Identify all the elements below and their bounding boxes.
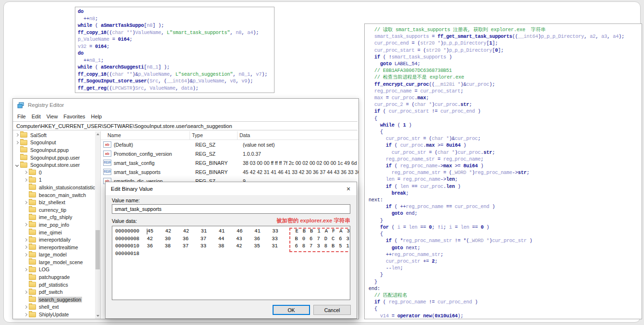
chevron-right-icon[interactable] [23, 171, 28, 174]
tree-item-patchupgrade[interactable]: patchupgrade [13, 273, 100, 281]
binary-value-icon: 0110 [103, 169, 111, 175]
hex-bytes: 4542423141464133 [147, 228, 290, 235]
menu-favorites[interactable]: Favorites [60, 113, 88, 120]
tree-item-label: pdf_statistics [38, 282, 69, 288]
hex-offset: 00000008 [112, 235, 147, 243]
tree-item-label: SogouInput.store.user [29, 162, 81, 168]
tree-item-SogouInput.ppup[interactable]: SogouInput.ppup [13, 146, 100, 154]
tree-item-label: 0 [38, 170, 43, 175]
tree-item-label: SalSoft [29, 132, 48, 138]
registry-tree-pane: SalSoftSogouInputSogouInput.ppupSogouInp… [13, 131, 101, 319]
chevron-right-icon[interactable] [23, 246, 28, 248]
cancel-button[interactable]: Cancel [313, 305, 351, 315]
menu-file[interactable]: File [14, 113, 29, 120]
chevron-right-icon[interactable] [23, 313, 28, 316]
scroll-down-icon[interactable] [95, 313, 100, 319]
folder-icon [29, 304, 36, 310]
tree-item-allskin_statusiconstatistics[interactable]: allskin_statusiconstatistics [13, 184, 100, 191]
folder-icon [29, 297, 36, 302]
tree-item-large_model[interactable]: large_model [13, 251, 100, 259]
column-header-data[interactable]: Data [238, 131, 358, 139]
chevron-right-icon[interactable] [14, 134, 20, 136]
registry-value-row-smart_task_config[interactable]: 0110smart_task_configREG_BINARY38 03 00 … [101, 158, 358, 167]
hex-rows: 000000004542423141464133EBB1AFA300000008… [112, 228, 350, 257]
tree-item-ShiplyUpdate[interactable]: ShiplyUpdate [13, 311, 100, 318]
red-annotation: 被加密的 explorer.exe 字符串 [276, 217, 350, 224]
tree-item-ime_pop_info[interactable]: ime_pop_info [13, 221, 100, 229]
tree-item-label: shell_ext [38, 304, 60, 310]
tree-item-ime_cfg_shiply[interactable]: ime_cfg_shiply [13, 214, 100, 221]
registry-value-row-smart_task_supports[interactable]: 0110smart_task_supportsREG_BINARY45 42 4… [101, 167, 358, 176]
tree-item-label: ShiplyUpdate [38, 312, 70, 317]
tree-item-biz_shellext[interactable]: biz_shellext [13, 198, 100, 206]
tree-item-label: search_suggestion [38, 297, 82, 302]
value-name: (Default) [114, 142, 193, 148]
chevron-right-icon[interactable] [23, 179, 28, 181]
chevron-right-icon[interactable] [23, 254, 28, 256]
column-header-type[interactable]: Type [190, 131, 238, 139]
folder-icon [20, 147, 27, 152]
scrollbar-thumb[interactable] [95, 230, 100, 269]
tree-item-0[interactable]: 0 [13, 169, 100, 176]
chevron-right-icon[interactable] [23, 239, 28, 241]
registry-value-row-(Default)[interactable]: ab(Default)REG_SZ(value not set) [101, 140, 358, 149]
tree-item-shell_ext[interactable]: shell_ext [13, 303, 100, 311]
chevron-right-icon[interactable] [23, 223, 28, 226]
tree-item-label: imereportdaily [38, 237, 72, 243]
folder-icon [29, 282, 36, 287]
folder-icon [29, 222, 36, 227]
chevron-right-icon[interactable] [23, 268, 28, 271]
tree-item-pdf_statistics[interactable]: pdf_statistics [13, 281, 100, 289]
tree-items: SalSoftSogouInputSogouInput.ppupSogouInp… [13, 131, 100, 318]
value-type: REG_BINARY [193, 160, 241, 166]
folder-icon [29, 207, 36, 212]
hex-bytes: 3638373338423531 [147, 243, 290, 250]
menu-edit[interactable]: Edit [29, 113, 44, 120]
tree-item-pdf_switch[interactable]: pdf_switch [13, 288, 100, 296]
value-name-input[interactable] [112, 204, 350, 214]
close-icon[interactable]: × [340, 182, 357, 195]
tree-item-label: ime_pop_info [38, 222, 70, 228]
folder-icon [20, 162, 27, 168]
tree-item-1[interactable]: 1 [13, 176, 100, 184]
tree-item-ime_qimei[interactable]: ime_qimei [13, 229, 100, 236]
folder-icon [29, 192, 36, 197]
chevron-right-icon[interactable] [23, 306, 28, 308]
tree-item-imereportdaily[interactable]: imereportdaily [13, 236, 100, 244]
address-bar[interactable] [13, 121, 358, 130]
folder-icon [20, 155, 27, 160]
tree-item-SalSoft[interactable]: SalSoft [13, 131, 100, 139]
folder-icon [29, 275, 36, 280]
column-header-name[interactable]: Name [101, 131, 190, 139]
folder-icon [29, 177, 36, 183]
menu-help[interactable]: Help [88, 113, 105, 120]
hex-editor[interactable]: 000000004542423141464133EBB1AFA300000008… [112, 226, 350, 300]
tree-item-imereportrealtime[interactable]: imereportrealtime [13, 244, 100, 251]
folder-icon [29, 244, 36, 250]
tree-item-large_model_scene[interactable]: large_model_scene [13, 258, 100, 266]
chevron-right-icon[interactable] [23, 291, 28, 293]
tree-item-label: SogouInput.ppup [29, 147, 70, 153]
tree-scrollbar[interactable] [95, 131, 100, 319]
tree-item-SogouInput.ppup.user[interactable]: SogouInput.ppup.user [13, 154, 100, 162]
chevron-right-icon[interactable] [14, 141, 20, 144]
tree-item-SogouInput.store.user[interactable]: SogouInput.store.user [13, 161, 100, 169]
tree-item-LOG[interactable]: LOG [13, 266, 100, 274]
scroll-up-icon[interactable] [95, 131, 100, 137]
value-type: REG_BINARY [193, 169, 241, 175]
tree-item-label: pdf_switch [38, 289, 64, 295]
value-name: Promotion_config_version [114, 151, 193, 157]
tree-item-currency_tip[interactable]: currency_tip [13, 206, 100, 214]
chevron-down-icon[interactable] [14, 164, 20, 166]
tree-item-beacon_main_switch[interactable]: beacon_main_switch [13, 191, 100, 199]
tree-item-search_suggestion[interactable]: search_suggestion [13, 296, 100, 303]
list-header: Name Type Data [101, 131, 358, 140]
ok-button[interactable]: OK [273, 305, 310, 315]
value-name: smart_task_supports [114, 169, 193, 175]
tree-item-SogouInput[interactable]: SogouInput [13, 139, 100, 147]
hex-row-00000010: 00000010363837333842353168738B51 [112, 243, 350, 250]
chevron-right-icon[interactable] [23, 201, 28, 204]
tree-item-label: large_model_scene [38, 259, 84, 265]
menu-view[interactable]: View [44, 113, 61, 120]
registry-value-row-Promotion_config_version[interactable]: abPromotion_config_versionREG_SZ1.0.0.37 [101, 149, 358, 158]
